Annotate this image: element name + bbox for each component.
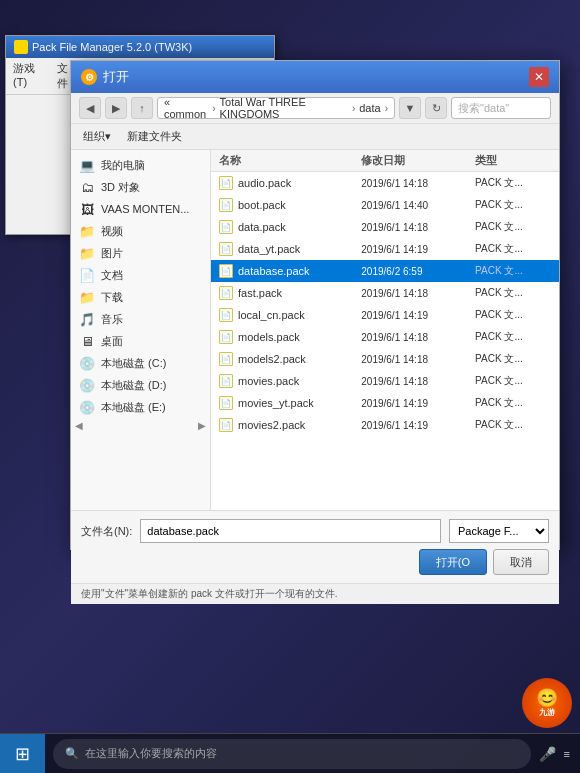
sidebar-icon-8: 🖥 — [79, 333, 95, 349]
status-text: 使用"文件"菜单创建新的 pack 文件或打开一个现有的文件. — [81, 588, 338, 599]
taskbar-mic-icon[interactable]: 🎤 — [539, 746, 556, 762]
pack-manager-titlebar: Pack File Manager 5.2.0 (TW3K) — [6, 36, 274, 58]
organize-button[interactable]: 组织▾ — [79, 127, 115, 146]
sidebar-label-5: 文档 — [101, 268, 123, 283]
sidebar-icon-7: 🎵 — [79, 311, 95, 327]
file-name-6: 📄 local_cn.pack — [219, 308, 361, 322]
path-part-3: data — [359, 102, 380, 114]
file-date-7: 2019/6/1 14:18 — [361, 332, 475, 343]
menu-item-game[interactable]: 游戏(T) — [10, 60, 46, 92]
sidebar-item-1[interactable]: 🗂 3D 对象 — [71, 176, 210, 198]
file-row[interactable]: 📄 models2.pack 2019/6/1 14:18 PACK 文... — [211, 348, 559, 370]
sidebar-label-8: 桌面 — [101, 334, 123, 349]
file-row[interactable]: 📄 database.pack 2019/6/2 6:59 PACK 文... — [211, 260, 559, 282]
sidebar-scroll-right-icon[interactable]: ▶ — [198, 420, 206, 431]
dialog-title-icon: ⚙ — [81, 69, 97, 85]
nav-dropdown-button[interactable]: ▼ — [399, 97, 421, 119]
sidebar-nav-arrows: ◀ ▶ — [71, 418, 210, 433]
file-type-6: PACK 文... — [475, 308, 551, 322]
file-name-3: 📄 data_yt.pack — [219, 242, 361, 256]
file-row[interactable]: 📄 data_yt.pack 2019/6/1 14:19 PACK 文... — [211, 238, 559, 260]
file-name-9: 📄 movies.pack — [219, 374, 361, 388]
start-button[interactable]: ⊞ — [0, 734, 45, 774]
file-date-0: 2019/6/1 14:18 — [361, 178, 475, 189]
sidebar-icon-10: 💿 — [79, 377, 95, 393]
desktop: Pack File Manager 5.2.0 (TW3K) 游戏(T) 文件 … — [0, 0, 580, 773]
sidebar-scroll-left-icon[interactable]: ◀ — [75, 420, 83, 431]
filename-input[interactable] — [140, 519, 441, 543]
sidebar-item-5[interactable]: 📄 文档 — [71, 264, 210, 286]
file-name-4: 📄 database.pack — [219, 264, 361, 278]
open-button[interactable]: 打开(O — [419, 549, 487, 575]
sidebar-icon-1: 🗂 — [79, 179, 95, 195]
sidebar-item-0[interactable]: 💻 我的电脑 — [71, 154, 210, 176]
sidebar-item-11[interactable]: 💿 本地磁盘 (E:) — [71, 396, 210, 418]
nav-refresh-button[interactable]: ↻ — [425, 97, 447, 119]
path-part-2: Total War THREE KINGDOMS — [220, 96, 348, 120]
file-date-2: 2019/6/1 14:18 — [361, 222, 475, 233]
file-row[interactable]: 📄 fast.pack 2019/6/1 14:18 PACK 文... — [211, 282, 559, 304]
dialog-sidebar: 💻 我的电脑 🗂 3D 对象 🖼 VAAS MONTEN... 📁 视频 📁 图… — [71, 150, 211, 510]
sidebar-item-7[interactable]: 🎵 音乐 — [71, 308, 210, 330]
sidebar-label-11: 本地磁盘 (E:) — [101, 400, 166, 415]
dialog-close-button[interactable]: ✕ — [529, 67, 549, 87]
dialog-title-left: ⚙ 打开 — [81, 68, 129, 86]
file-date-3: 2019/6/1 14:19 — [361, 244, 475, 255]
jiuyou-face-icon: 😊 — [536, 689, 558, 707]
file-row[interactable]: 📄 boot.pack 2019/6/1 14:40 PACK 文... — [211, 194, 559, 216]
sidebar-icon-3: 📁 — [79, 223, 95, 239]
file-date-10: 2019/6/1 14:19 — [361, 398, 475, 409]
file-name-11: 📄 movies2.pack — [219, 418, 361, 432]
sidebar-label-0: 我的电脑 — [101, 158, 145, 173]
file-name-10: 📄 movies_yt.pack — [219, 396, 361, 410]
file-row[interactable]: 📄 local_cn.pack 2019/6/1 14:19 PACK 文... — [211, 304, 559, 326]
sidebar-label-2: VAAS MONTEN... — [101, 203, 189, 215]
file-date-5: 2019/6/1 14:18 — [361, 288, 475, 299]
sidebar-icon-9: 💿 — [79, 355, 95, 371]
file-icon-8: 📄 — [219, 352, 233, 366]
taskbar-clock: ≡ — [564, 748, 570, 760]
file-row[interactable]: 📄 data.pack 2019/6/1 14:18 PACK 文... — [211, 216, 559, 238]
file-row[interactable]: 📄 audio.pack 2019/6/1 14:18 PACK 文... — [211, 172, 559, 194]
sidebar-item-9[interactable]: 💿 本地磁盘 (C:) — [71, 352, 210, 374]
file-row[interactable]: 📄 movies2.pack 2019/6/1 14:19 PACK 文... — [211, 414, 559, 436]
dialog-navbar: ◀ ▶ ↑ « common › Total War THREE KINGDOM… — [71, 93, 559, 124]
nav-forward-button[interactable]: ▶ — [105, 97, 127, 119]
file-row[interactable]: 📄 movies.pack 2019/6/1 14:18 PACK 文... — [211, 370, 559, 392]
sidebar-item-4[interactable]: 📁 图片 — [71, 242, 210, 264]
file-row[interactable]: 📄 movies_yt.pack 2019/6/1 14:19 PACK 文..… — [211, 392, 559, 414]
file-icon-5: 📄 — [219, 286, 233, 300]
nav-search-box[interactable]: 搜索"data" — [451, 97, 551, 119]
sidebar-label-1: 3D 对象 — [101, 180, 140, 195]
dialog-content: 💻 我的电脑 🗂 3D 对象 🖼 VAAS MONTEN... 📁 视频 📁 图… — [71, 150, 559, 510]
sidebar-item-3[interactable]: 📁 视频 — [71, 220, 210, 242]
file-date-4: 2019/6/2 6:59 — [361, 266, 475, 277]
sidebar-item-6[interactable]: 📁 下载 — [71, 286, 210, 308]
sidebar-icon-0: 💻 — [79, 157, 95, 173]
file-type-5: PACK 文... — [475, 286, 551, 300]
nav-back-button[interactable]: ◀ — [79, 97, 101, 119]
open-file-dialog: ⚙ 打开 ✕ ◀ ▶ ↑ « common › Total War THREE … — [70, 60, 560, 550]
file-type-3: PACK 文... — [475, 242, 551, 256]
file-row[interactable]: 📄 models.pack 2019/6/1 14:18 PACK 文... — [211, 326, 559, 348]
pack-manager-icon — [14, 40, 28, 54]
sidebar-item-8[interactable]: 🖥 桌面 — [71, 330, 210, 352]
dialog-toolbar: 组织▾ 新建文件夹 — [71, 124, 559, 150]
file-type-2: PACK 文... — [475, 220, 551, 234]
taskbar-search[interactable]: 🔍 在这里输入你要搜索的内容 — [53, 739, 531, 769]
nav-path[interactable]: « common › Total War THREE KINGDOMS › da… — [157, 97, 395, 119]
file-type-11: PACK 文... — [475, 418, 551, 432]
file-list-header: 名称 修改日期 类型 — [211, 150, 559, 172]
sidebar-icon-6: 📁 — [79, 289, 95, 305]
taskbar-search-text: 在这里输入你要搜索的内容 — [85, 746, 217, 761]
dialog-statusbar: 使用"文件"菜单创建新的 pack 文件或打开一个现有的文件. — [71, 583, 559, 604]
cancel-button[interactable]: 取消 — [493, 549, 549, 575]
new-folder-button[interactable]: 新建文件夹 — [123, 127, 186, 146]
file-name-7: 📄 models.pack — [219, 330, 361, 344]
sidebar-item-10[interactable]: 💿 本地磁盘 (D:) — [71, 374, 210, 396]
taskbar: ⊞ 🔍 在这里输入你要搜索的内容 🎤 ≡ — [0, 733, 580, 773]
nav-up-button[interactable]: ↑ — [131, 97, 153, 119]
sidebar-item-2[interactable]: 🖼 VAAS MONTEN... — [71, 198, 210, 220]
filetype-select[interactable]: Package F... — [449, 519, 549, 543]
path-sep-2: › — [352, 103, 355, 114]
